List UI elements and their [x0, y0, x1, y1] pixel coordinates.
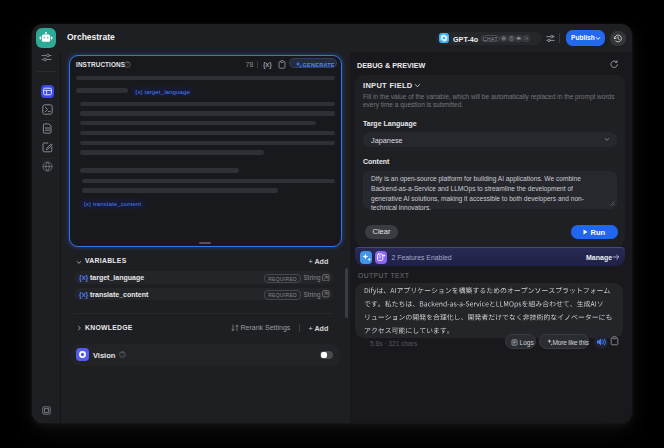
svg-text:?: ?	[126, 62, 129, 67]
svg-text:?: ?	[121, 352, 124, 357]
